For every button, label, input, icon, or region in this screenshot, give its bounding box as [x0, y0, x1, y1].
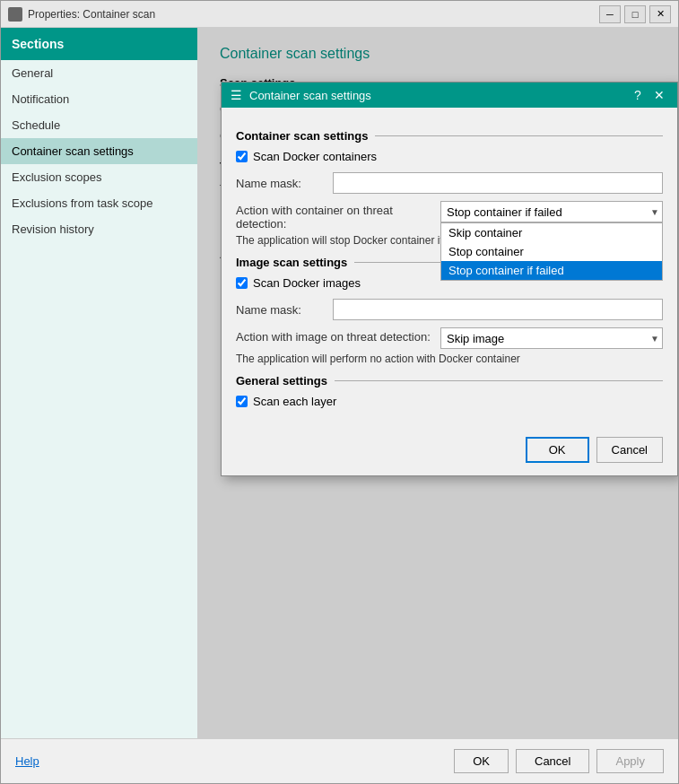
modal-close-button[interactable]: ✕	[650, 87, 668, 103]
close-button[interactable]: ✕	[649, 5, 671, 23]
modal-container-divider	[375, 135, 663, 136]
modal-ok-button[interactable]: OK	[526, 437, 589, 463]
dropdown-item-skip[interactable]: Skip container	[441, 223, 662, 242]
window-title: Properties: Container scan	[28, 8, 599, 21]
modal-body: Container scan settings Scan Docker cont…	[222, 108, 677, 430]
dropdown-item-stop-failed[interactable]: Stop container if failed	[441, 261, 662, 280]
name-mask-row: Name mask: *	[236, 172, 663, 194]
help-link[interactable]: Help	[15, 754, 39, 768]
image-name-mask-input[interactable]: *	[333, 299, 663, 320]
action-dropdown-wrapper: Stop container if failed ▼	[440, 201, 663, 222]
modal-title-bar: ☰ Container scan settings ? ✕	[222, 83, 677, 108]
scan-docker-label: Scan Docker containers	[253, 150, 377, 163]
sidebar-item-revision-history[interactable]: Revision history	[1, 216, 197, 242]
scan-images-checkbox[interactable]	[236, 277, 248, 289]
modal-dialog: ☰ Container scan settings ? ✕ Container …	[221, 82, 678, 476]
sidebar: Sections General Notification Schedule C…	[1, 28, 198, 738]
minimize-button[interactable]: ─	[599, 5, 621, 23]
ok-button[interactable]: OK	[454, 749, 509, 773]
content-area: Container scan settings Scan settings Co…	[198, 28, 678, 738]
window-footer: Help OK Cancel Apply	[1, 738, 678, 783]
title-bar: Properties: Container scan ─ □ ✕	[1, 1, 678, 28]
image-name-mask-label: Name mask:	[236, 303, 326, 317]
action-dropdown[interactable]: Stop container if failed	[440, 201, 663, 222]
sidebar-item-exclusions-task-scope[interactable]: Exclusions from task scope	[1, 190, 197, 216]
image-name-mask-row: Name mask: *	[236, 299, 663, 320]
image-action-row: Action with image on threat detection: S…	[236, 327, 663, 349]
modal-image-label: Image scan settings	[236, 256, 347, 269]
footer-buttons: OK Cancel Apply	[454, 749, 664, 773]
scan-each-layer-checkbox[interactable]	[236, 396, 248, 407]
sidebar-item-general[interactable]: General	[1, 60, 197, 86]
modal-footer: OK Cancel	[222, 430, 677, 475]
modal-controls: ? ✕	[629, 87, 668, 103]
image-dropdown-wrapper: Skip image ▼	[440, 327, 663, 349]
name-mask-label: Name mask:	[236, 177, 326, 190]
sidebar-item-exclusion-scopes[interactable]: Exclusion scopes	[1, 164, 197, 190]
sidebar-item-notification[interactable]: Notification	[1, 86, 197, 112]
app-icon	[8, 7, 22, 22]
image-action-label: Action with image on threat detection:	[236, 327, 433, 344]
apply-button[interactable]: Apply	[596, 749, 664, 773]
scan-each-layer-row[interactable]: Scan each layer	[236, 395, 663, 408]
scan-docker-checkbox[interactable]	[236, 151, 248, 162]
scan-images-label: Scan Docker images	[253, 276, 361, 290]
modal-container-label: Container scan settings	[236, 129, 368, 143]
maximize-button[interactable]: □	[624, 5, 646, 23]
modal-cancel-button[interactable]: Cancel	[596, 437, 663, 463]
modal-container-section: Container scan settings	[236, 129, 663, 143]
sidebar-item-schedule[interactable]: Schedule	[1, 112, 197, 138]
scan-docker-row[interactable]: Scan Docker containers	[236, 150, 663, 163]
window-controls: ─ □ ✕	[599, 5, 671, 23]
action-label: Action with container on threat detectio…	[236, 201, 433, 231]
dropdown-item-stop[interactable]: Stop container	[441, 242, 662, 261]
modal-general-label: General settings	[236, 374, 327, 388]
main-window: Properties: Container scan ─ □ ✕ Section…	[0, 0, 679, 784]
main-content: Sections General Notification Schedule C…	[1, 28, 678, 738]
image-description: The application will perform no action w…	[236, 353, 663, 365]
action-dropdown-row: Action with container on threat detectio…	[236, 201, 663, 231]
action-dropdown-list: Skip container Stop container Stop conta…	[440, 222, 663, 281]
modal-general-section: General settings	[236, 374, 663, 388]
modal-overlay: ☰ Container scan settings ? ✕ Container …	[198, 28, 678, 738]
action-dropdown-container: Stop container if failed ▼ Skip containe…	[440, 201, 663, 222]
sidebar-item-container-scan-settings[interactable]: Container scan settings	[1, 138, 197, 164]
image-action-dropdown-container: Skip image ▼	[440, 327, 663, 349]
modal-general-divider	[335, 380, 663, 381]
image-action-dropdown[interactable]: Skip image	[440, 327, 663, 349]
modal-icon: ☰	[231, 88, 242, 102]
modal-title: Container scan settings	[249, 89, 629, 102]
name-mask-input[interactable]: *	[333, 172, 663, 194]
modal-help-button[interactable]: ?	[629, 87, 647, 103]
sidebar-header: Sections	[1, 28, 197, 60]
scan-each-layer-label: Scan each layer	[253, 395, 336, 408]
cancel-button[interactable]: Cancel	[516, 749, 589, 773]
